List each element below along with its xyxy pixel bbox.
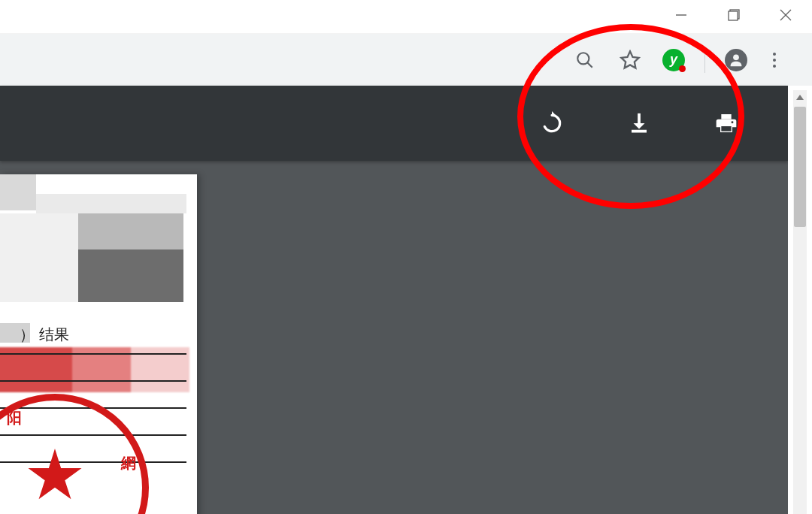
extension-badge-icon[interactable]: y — [662, 49, 685, 71]
scrollbar-thumb[interactable] — [794, 107, 806, 227]
svg-point-8 — [733, 54, 739, 60]
window-minimize-button[interactable] — [655, 0, 707, 30]
window-close-button[interactable] — [759, 0, 812, 30]
svg-rect-11 — [632, 130, 647, 133]
stamp-edge-text: 阳 — [7, 408, 22, 428]
browser-menu-button[interactable] — [767, 49, 782, 71]
window-titlebar — [0, 0, 812, 34]
svg-rect-12 — [721, 114, 731, 119]
pdf-viewer: ） 结果 阳 網 上查档专用章 — [0, 86, 788, 514]
extension-glyph: y — [670, 52, 677, 68]
browser-toolbar: y — [0, 34, 812, 86]
svg-marker-10 — [634, 123, 645, 129]
bookmark-star-icon[interactable] — [617, 47, 643, 73]
profile-avatar-icon[interactable] — [725, 49, 747, 71]
star-icon — [27, 449, 83, 504]
window-maximize-button[interactable] — [707, 0, 760, 30]
print-button[interactable] — [713, 110, 740, 137]
scrollbar-up-button[interactable] — [793, 90, 807, 105]
download-button[interactable] — [626, 110, 653, 137]
svg-point-5 — [577, 53, 589, 64]
toolbar-separator — [704, 47, 705, 73]
pdf-page[interactable]: ） 结果 阳 網 上查档专用章 — [0, 174, 197, 514]
svg-marker-15 — [796, 95, 804, 100]
svg-rect-2 — [729, 11, 738, 20]
svg-marker-7 — [621, 51, 638, 68]
svg-rect-13 — [721, 126, 731, 132]
rotate-button[interactable] — [538, 110, 565, 137]
document-text-fragment: ） 结果 — [20, 325, 69, 345]
scrollbar-track — [788, 86, 812, 514]
svg-line-6 — [587, 62, 592, 67]
search-icon[interactable] — [572, 47, 598, 73]
pdf-toolbar — [0, 86, 788, 161]
svg-point-14 — [732, 121, 734, 123]
